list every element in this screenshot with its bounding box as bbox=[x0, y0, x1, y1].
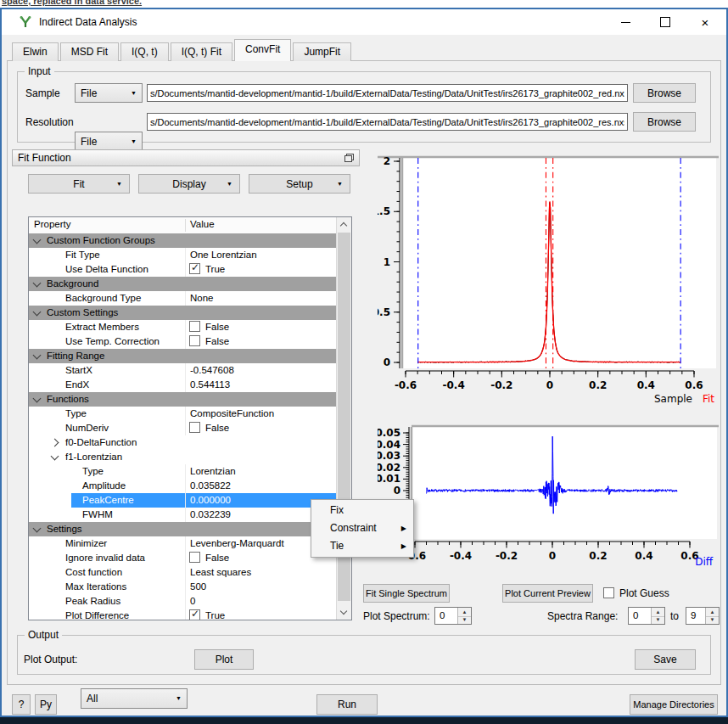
tree-row-f1-lorentzian[interactable]: f1-Lorentzian bbox=[29, 450, 339, 465]
tree-row-plot-difference[interactable]: Plot Difference✓True bbox=[29, 609, 339, 620]
tree-row-startx[interactable]: StartX-0.547608 bbox=[29, 363, 339, 379]
menu-button-label: Setup bbox=[286, 178, 312, 190]
tree-row-ignore-invalid-data[interactable]: Ignore invalid dataFalse bbox=[29, 551, 339, 566]
context-menu-item-fix[interactable]: Fix bbox=[311, 502, 413, 519]
tree-row-custom-settings[interactable]: Custom Settings bbox=[29, 306, 339, 321]
tab-convfit[interactable]: ConvFit bbox=[234, 39, 291, 61]
expander-down-icon[interactable] bbox=[33, 279, 42, 288]
plot-guess-checkbox[interactable] bbox=[603, 587, 614, 598]
tab-msd-fit[interactable]: MSD Fit bbox=[60, 42, 119, 61]
sample-file-input[interactable] bbox=[147, 84, 628, 102]
tree-row-custom-function-groups[interactable]: Custom Function Groups bbox=[29, 233, 339, 249]
svg-text:-0.4: -0.4 bbox=[443, 379, 465, 391]
value-checkbox[interactable] bbox=[189, 422, 200, 433]
tree-row-fitting-range[interactable]: Fitting Range bbox=[29, 349, 339, 364]
expander-down-icon[interactable] bbox=[33, 395, 42, 403]
fit-function-dock-header[interactable]: Fit Function bbox=[12, 149, 360, 166]
spectra-range-to-spinbox[interactable]: 9 ▲▼ bbox=[686, 607, 720, 625]
property-value: False bbox=[205, 553, 229, 563]
manage-directories-button[interactable]: Manage Directories bbox=[630, 694, 718, 715]
plot-button[interactable]: Plot bbox=[194, 649, 254, 670]
tree-row-extract-members[interactable]: Extract MembersFalse bbox=[29, 320, 339, 335]
tree-row-max-iterations[interactable]: Max Iterations500 bbox=[29, 580, 339, 595]
spectra-range-from-spinbox[interactable]: 0 ▲▼ bbox=[628, 607, 665, 625]
svg-text:0.4: 0.4 bbox=[635, 550, 652, 562]
scroll-up-button[interactable] bbox=[337, 217, 351, 232]
tree-row-background-type[interactable]: Background TypeNone bbox=[29, 291, 339, 306]
scroll-down-button[interactable] bbox=[337, 605, 351, 620]
tree-row-numderiv[interactable]: NumDerivFalse bbox=[29, 421, 339, 436]
value-checkbox[interactable] bbox=[189, 335, 200, 346]
maximize-button[interactable] bbox=[646, 9, 685, 35]
resolution-source-combo[interactable]: File ▼ bbox=[75, 132, 143, 151]
python-export-button[interactable]: Py bbox=[35, 694, 57, 715]
tree-row-endx[interactable]: EndX0.544113 bbox=[29, 378, 339, 393]
setup-menu-button[interactable]: Setup▼ bbox=[249, 174, 350, 194]
property-value: 0.032239 bbox=[190, 509, 231, 519]
legend-diff: Diff bbox=[695, 556, 714, 568]
tree-row-functions[interactable]: Functions bbox=[29, 392, 339, 407]
expander-down-icon[interactable] bbox=[33, 525, 42, 533]
minimize-button[interactable] bbox=[606, 9, 645, 35]
plot-current-preview-button[interactable]: Plot Current Preview bbox=[502, 584, 593, 603]
tab-i-q-t-fit[interactable]: I(Q, t) Fit bbox=[171, 42, 232, 61]
sample-source-combo[interactable]: File ▼ bbox=[75, 83, 143, 103]
sample-source-combo-value: File bbox=[81, 87, 97, 99]
tab-jumpfit[interactable]: JumpFit bbox=[293, 42, 351, 61]
value-checkbox[interactable]: ✓ bbox=[189, 609, 200, 620]
resolution-browse-button[interactable]: Browse bbox=[633, 112, 696, 132]
tree-row-f0-deltafunction[interactable]: f0-DeltaFunction bbox=[29, 435, 339, 451]
value-checkbox[interactable]: ✓ bbox=[189, 263, 200, 274]
property-name: Cost function bbox=[65, 567, 122, 577]
expander-down-icon[interactable] bbox=[33, 308, 42, 317]
tree-row-peakcentre[interactable]: PeakCentre0.000000 bbox=[29, 493, 339, 508]
resolution-file-input[interactable] bbox=[147, 113, 628, 131]
context-menu-item-constraint[interactable]: Constraint▶ bbox=[311, 519, 413, 537]
tree-row-peak-radius[interactable]: Peak Radius0 bbox=[29, 594, 339, 609]
expander-down-icon[interactable] bbox=[51, 452, 59, 461]
expander-down-icon[interactable] bbox=[33, 351, 42, 360]
tree-row-amplitude[interactable]: Amplitude0.035822 bbox=[29, 479, 339, 494]
titlebar[interactable]: Indirect Data Analysis × bbox=[2, 9, 726, 35]
spin-down-icon[interactable]: ▼ bbox=[458, 616, 471, 625]
tree-row-type[interactable]: TypeCompositeFunction bbox=[29, 407, 339, 422]
tree-row-type[interactable]: TypeLorentzian bbox=[29, 464, 339, 480]
tree-row-fit-type[interactable]: Fit TypeOne Lorentzian bbox=[29, 248, 339, 263]
column-divider[interactable] bbox=[185, 219, 186, 232]
save-button[interactable]: Save bbox=[635, 649, 696, 670]
sample-browse-button[interactable]: Browse bbox=[633, 83, 696, 103]
tree-row-cost-function[interactable]: Cost functionLeast squares bbox=[29, 565, 339, 581]
value-checkbox[interactable] bbox=[189, 552, 200, 563]
float-panel-icon[interactable] bbox=[344, 154, 354, 162]
display-menu-button[interactable]: Display▼ bbox=[138, 174, 240, 194]
tree-row-settings[interactable]: Settings bbox=[29, 522, 339, 537]
fit-single-spectrum-button[interactable]: Fit Single Spectrum bbox=[363, 584, 450, 603]
tree-row-background[interactable]: Background bbox=[29, 277, 339, 292]
tree-row-use-temp-correction[interactable]: Use Temp. CorrectionFalse bbox=[29, 334, 339, 350]
tree-row-minimizer[interactable]: MinimizerLevenberg-Marquardt bbox=[29, 536, 339, 552]
tree-row-use-delta-function[interactable]: Use Delta Function✓True bbox=[29, 262, 339, 278]
plot-spectrum-spinbox[interactable]: 0 ▲▼ bbox=[434, 607, 472, 625]
tree-row-fwhm[interactable]: FWHM0.032239 bbox=[29, 508, 339, 523]
run-button[interactable]: Run bbox=[316, 694, 378, 715]
expander-down-icon[interactable] bbox=[33, 236, 42, 244]
context-menu-item-tie[interactable]: Tie▶ bbox=[311, 537, 413, 555]
close-button[interactable]: × bbox=[686, 9, 725, 35]
fit-menu-button[interactable]: Fit▼ bbox=[28, 174, 130, 194]
plot-output-combo[interactable]: All ▼ bbox=[81, 688, 188, 709]
property-value: Levenberg-Marquardt bbox=[190, 538, 284, 548]
tree-scrollbar[interactable] bbox=[336, 217, 351, 620]
legend-fit: Fit bbox=[703, 393, 714, 405]
property-value: One Lorentzian bbox=[190, 250, 257, 260]
tab-i-q-t[interactable]: I(Q, t) bbox=[120, 42, 169, 61]
help-button[interactable]: ? bbox=[12, 694, 31, 715]
spin-down-icon[interactable]: ▼ bbox=[652, 616, 664, 625]
spin-down-icon[interactable]: ▼ bbox=[706, 616, 719, 625]
column-divider bbox=[185, 479, 186, 493]
property-name: Max Iterations bbox=[65, 581, 126, 592]
expander-right-icon[interactable] bbox=[51, 439, 59, 447]
plot-canvas bbox=[412, 427, 717, 539]
value-checkbox[interactable] bbox=[189, 321, 200, 332]
property-value: -0.547608 bbox=[190, 365, 234, 375]
tab-elwin[interactable]: Elwin bbox=[12, 42, 59, 61]
